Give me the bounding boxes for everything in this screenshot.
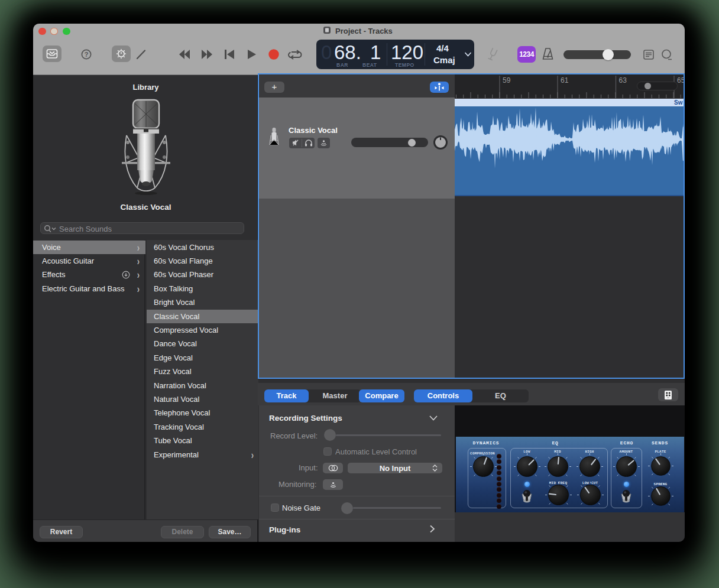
svg-text:59: 59 — [503, 76, 511, 85]
svg-text:?: ? — [85, 51, 89, 58]
svg-text:63: 63 — [619, 76, 627, 85]
svg-text:61: 61 — [561, 76, 569, 85]
svg-text:65: 65 — [677, 76, 684, 85]
